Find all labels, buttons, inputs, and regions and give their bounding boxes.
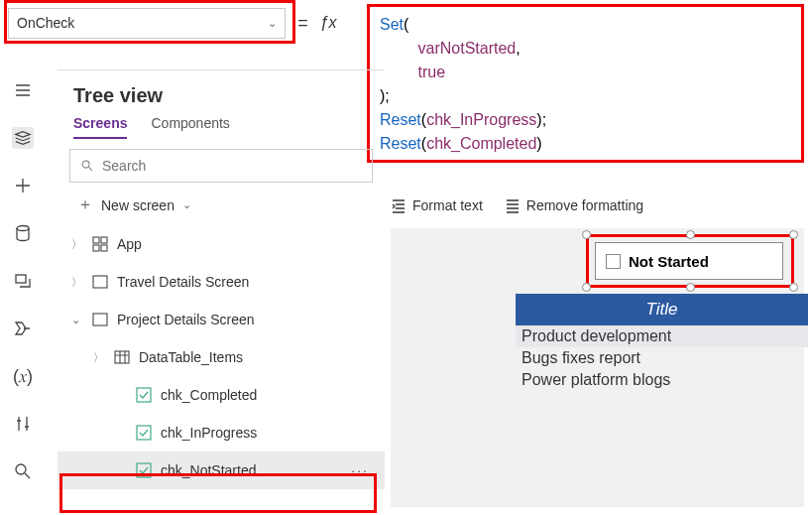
collapse-icon[interactable]: ⌄ (71, 314, 83, 326)
app-icon (91, 235, 109, 253)
format-text-button[interactable]: Format text (391, 197, 483, 213)
left-rail: (𝑥) (0, 69, 46, 515)
tree-node-travel[interactable]: 〉 Travel Details Screen (58, 263, 385, 301)
search-input[interactable] (102, 158, 362, 174)
table-row[interactable]: Product development (516, 325, 808, 347)
checkbox-icon (135, 386, 153, 404)
canvas[interactable]: Not Started Title Product development Bu… (391, 228, 804, 507)
property-dropdown-label: OnCheck (17, 15, 74, 31)
tree-node-chk-notstarted[interactable]: chk_NotStarted ··· (58, 451, 385, 489)
search-rail-icon[interactable] (12, 460, 34, 482)
formula-editor[interactable]: Set( varNotStarted, true ); Reset(chk_In… (367, 4, 804, 163)
expand-icon[interactable]: 〉 (93, 350, 105, 365)
svg-rect-8 (93, 276, 107, 288)
svg-rect-12 (137, 426, 151, 440)
tree-tabs: Screens Components (58, 115, 385, 149)
svg-rect-7 (101, 245, 107, 251)
checkbox-icon (135, 424, 153, 442)
checkbox-box-icon[interactable] (606, 254, 621, 269)
equals-label: = (297, 13, 308, 34)
tree-search[interactable] (69, 149, 373, 183)
new-screen-button[interactable]: ＋ New screen ⌄ (58, 183, 385, 225)
more-icon[interactable]: ··· (351, 462, 369, 478)
screen-icon (91, 273, 109, 291)
table-icon (113, 348, 131, 366)
variables-icon[interactable]: (𝑥) (12, 365, 34, 387)
outdent-icon (505, 197, 521, 213)
tree-node-app[interactable]: 〉 App (58, 225, 385, 263)
flow-icon[interactable] (12, 318, 34, 339)
tree-node-chk-inprogress[interactable]: chk_InProgress (58, 414, 385, 451)
data-icon[interactable] (12, 222, 34, 244)
table-header: Title (516, 294, 808, 325)
svg-rect-11 (137, 388, 151, 402)
svg-rect-1 (16, 275, 26, 283)
svg-point-3 (82, 161, 89, 168)
svg-rect-10 (115, 351, 129, 363)
checkbox-not-started[interactable]: Not Started (595, 242, 783, 280)
chevron-down-icon: ⌄ (182, 198, 191, 211)
table-row[interactable]: Power platform blogs (516, 369, 808, 391)
tree-node-project[interactable]: ⌄ Project Details Screen (58, 301, 385, 338)
data-table[interactable]: Title Product development Bugs fixes rep… (516, 294, 808, 391)
tree-node-chk-completed[interactable]: chk_Completed (58, 376, 385, 414)
hamburger-icon[interactable] (12, 79, 34, 101)
tools-icon[interactable] (12, 413, 34, 435)
tab-components[interactable]: Components (151, 115, 229, 139)
tab-screens[interactable]: Screens (73, 115, 127, 139)
screen-icon (91, 311, 109, 328)
media-icon[interactable] (12, 270, 34, 292)
svg-point-2 (16, 464, 26, 474)
checkbox-icon (135, 461, 153, 479)
expand-icon[interactable]: 〉 (71, 237, 83, 252)
indent-icon (391, 197, 406, 213)
remove-formatting-button[interactable]: Remove formatting (505, 197, 643, 213)
plus-icon[interactable] (12, 175, 34, 196)
fx-icon: ƒx (320, 14, 337, 32)
expand-icon[interactable]: 〉 (71, 275, 83, 290)
svg-rect-9 (93, 314, 107, 325)
table-row[interactable]: Bugs fixes report (516, 347, 808, 369)
search-icon (80, 159, 94, 173)
tree-view-icon[interactable] (12, 127, 34, 149)
svg-rect-6 (93, 245, 99, 251)
format-bar: Format text Remove formatting (391, 191, 643, 220)
tree-panel: Tree view Screens Components ＋ New scree… (58, 69, 385, 515)
tree-node-datatable[interactable]: 〉 DataTable_Items (58, 338, 385, 376)
tree-title: Tree view (58, 70, 385, 115)
plus-icon: ＋ (77, 194, 93, 215)
svg-rect-13 (137, 463, 151, 477)
svg-rect-5 (101, 237, 107, 243)
chevron-down-icon: ⌄ (268, 17, 277, 30)
svg-rect-4 (93, 237, 99, 243)
property-dropdown[interactable]: OnCheck ⌄ (8, 8, 286, 39)
svg-point-0 (17, 226, 29, 231)
